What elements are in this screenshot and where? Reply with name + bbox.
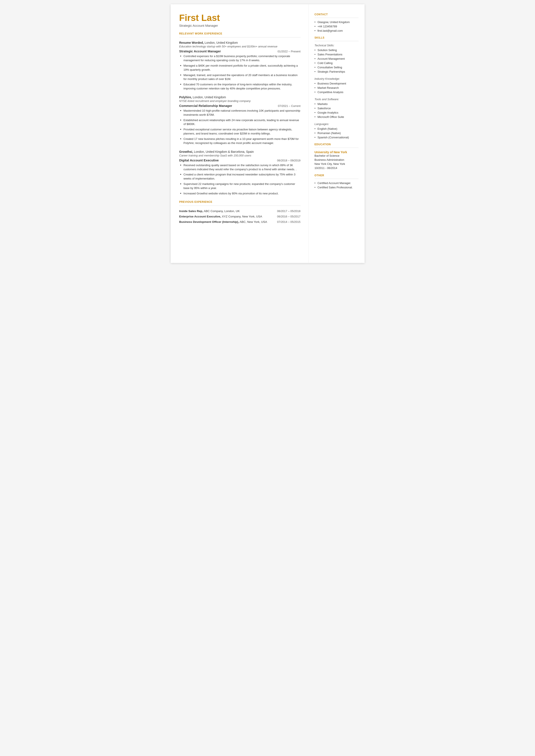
prev-dates-3: 07/2014 – 05/2015 [277, 220, 300, 224]
bullet-2-1: Masterminded 10 high-profile national co… [180, 109, 300, 117]
job-title-row-3: Digital Account Executive 06/2018 – 09/2… [179, 158, 300, 162]
prev-role-bold-1: Inside Sales Rep, [179, 210, 203, 213]
tech-skill-2: Account Management [315, 57, 358, 60]
tool-3: Microsoft Office Suite [315, 115, 358, 119]
edu-field-0: Business Administration [315, 158, 358, 162]
industry-skill-2: Competitive Analysis [315, 91, 358, 94]
prev-role-bold-2: Enterprise Account Executive, [179, 215, 221, 218]
job-title-row-2: Commercial Relationship Manager 07/2021 … [179, 104, 300, 107]
bullet-3-2: Created a client retention program that … [180, 173, 300, 181]
job-dates-3: 06/2018 – 09/2019 [277, 159, 300, 162]
prev-entry-1: Inside Sales Rep, ABC Company, London, U… [179, 209, 300, 213]
tools-label: Tools and Software: [315, 98, 358, 101]
left-column: First Last Strategic Account Manager REL… [171, 4, 309, 263]
prev-role-3: Business Development Officer (Internship… [179, 220, 267, 224]
tech-skill-0: Solution Selling [315, 48, 358, 52]
contact-list: Glasgow, United Kingdom +44 123456789 fi… [315, 20, 358, 32]
education-heading: EDUCATION [315, 143, 358, 146]
tools-list: Marketo Salesforce Google Analytics Micr… [315, 102, 358, 119]
bullet-3-3: Supervised 22 marketing campaigns for ne… [180, 182, 300, 190]
resume-container: First Last Strategic Account Manager REL… [171, 4, 365, 263]
company-line-2: Polyhire, London, United Kingdom [179, 96, 300, 99]
lang-1: Romanian (Native) [315, 131, 358, 135]
job-block-3: Growthsi, London, United Kingdom & Barce… [179, 150, 300, 196]
industry-skill-0: Business Development [315, 82, 358, 85]
edu-location-0: New York City, New York [315, 162, 358, 166]
relevant-work-heading: RELEVANT WORK EXPERIENCE [179, 32, 300, 35]
company-desc-1: Education technology startup with 50+ em… [179, 45, 300, 48]
bullet-3-4: Increased Growthsi website visitors by 8… [180, 192, 300, 196]
company-location-3: London, United Kingdom & Barcelona, Spai… [193, 150, 254, 154]
company-line-3: Growthsi, London, United Kingdom & Barce… [179, 150, 300, 154]
bullet-3-1: Received outstanding quality award based… [180, 163, 300, 172]
company-desc-2: NYSE-listed recruitment and employer bra… [179, 99, 300, 102]
tool-0: Marketo [315, 102, 358, 106]
job-block-1: Resume Worded, London, United Kingdom Ed… [179, 41, 300, 91]
job-title-2: Commercial Relationship Manager [179, 104, 232, 107]
prev-exp-heading: PREVIOUS EXPERIENCE [179, 200, 300, 204]
tech-skill-5: Strategic Partnerships [315, 70, 358, 73]
industry-skills-list: Business Development Market Research Com… [315, 82, 358, 94]
tech-skill-4: Consultative Selling [315, 66, 358, 69]
skills-section: SKILLS Technical Skills: Solution Sellin… [315, 36, 358, 139]
prev-exp-divider [179, 206, 300, 206]
contact-section: CONTACT Glasgow, United Kingdom +44 1234… [315, 13, 358, 32]
skills-heading: SKILLS [315, 36, 358, 39]
edu-school-0: University of New York [315, 151, 358, 154]
education-section: EDUCATION University of New York Bachelo… [315, 143, 358, 170]
technical-skills-list: Solution Selling Sales Presentations Acc… [315, 48, 358, 73]
prev-role-rest-1: ABC Company, London, UK [203, 210, 240, 213]
company-desc-3: Career training and membership SaaS with… [179, 154, 300, 157]
previous-experience-section: PREVIOUS EXPERIENCE Inside Sales Rep, AB… [179, 200, 300, 224]
other-section: OTHER Certified Account Manager. Certifi… [315, 174, 358, 189]
prev-entry-3: Business Development Officer (Internship… [179, 220, 300, 224]
company-location-1: London, United Kingdom [204, 41, 238, 44]
company-location-2: London, United Kingdom [192, 96, 226, 99]
languages-list: English (Native) Romanian (Native) Spani… [315, 127, 358, 139]
edu-entry-0: University of New York Bachelor of Scien… [315, 151, 358, 170]
edu-degree-0: Bachelor of Science [315, 154, 358, 158]
lang-0: English (Native) [315, 127, 358, 130]
prev-dates-1: 06/2017 – 05/2018 [277, 209, 300, 213]
industry-skill-1: Market Research [315, 86, 358, 90]
company-name-1: Resume Worded, [179, 41, 204, 44]
other-heading: OTHER [315, 174, 358, 177]
tech-skill-3: Cold Calling [315, 61, 358, 65]
bullet-2-3: Provided exceptional customer service vi… [180, 127, 300, 136]
tool-2: Google Analytics [315, 111, 358, 114]
bullet-2-2: Established account relationships with 2… [180, 118, 300, 126]
job-title-row-1: Strategic Account Manager 01/2022 – Pres… [179, 49, 300, 53]
prev-role-rest-2: XYZ Company, New York, USA [221, 215, 262, 218]
job-dates-2: 07/2021 – Current [278, 104, 300, 107]
job-dates-1: 01/2022 – Present [277, 50, 300, 53]
contact-item-1: +44 123456789 [315, 25, 358, 28]
bullet-2-4: Created 17 new business pitches resultin… [180, 137, 300, 145]
relevant-work-divider [179, 37, 300, 38]
job-bullets-2: Masterminded 10 high-profile national co… [179, 109, 300, 145]
edu-dates-0: 10/2011 - 06/2014 [315, 166, 358, 170]
technical-skills-label: Technical Skills: [315, 44, 358, 47]
company-line-1: Resume Worded, London, United Kingdom [179, 41, 300, 44]
job-bullets-3: Received outstanding quality award based… [179, 163, 300, 196]
prev-role-2: Enterprise Account Executive, XYZ Compan… [179, 215, 262, 218]
industry-label: Industry Knowledge: [315, 77, 358, 80]
candidate-name: First Last [179, 13, 300, 23]
job-title-1: Strategic Account Manager [179, 49, 221, 53]
other-item-1: Certified Sales Professional. [315, 186, 358, 189]
lang-2: Spanish (Conversational) [315, 136, 358, 139]
candidate-title: Strategic Account Manager [179, 24, 300, 27]
bullet-1-2: Managed a $40K per month investment port… [180, 64, 300, 72]
tool-1: Salesforce [315, 107, 358, 110]
prev-role-1: Inside Sales Rep, ABC Company, London, U… [179, 209, 240, 213]
job-bullets-1: Controlled expenses for a $10M business … [179, 54, 300, 91]
company-name-3: Growthsi, [179, 150, 193, 154]
bullet-1-4: Educated 70 customers on the importance … [180, 83, 300, 91]
prev-role-rest-3: ABC, New York, USA [239, 220, 267, 223]
company-name-2: Polyhire, [179, 96, 192, 99]
bullet-1-1: Controlled expenses for a $10M business … [180, 54, 300, 63]
prev-dates-2: 06/2016 – 05/2017 [277, 215, 300, 218]
contact-heading: CONTACT [315, 13, 358, 16]
right-column: CONTACT Glasgow, United Kingdom +44 1234… [309, 4, 365, 263]
languages-label: Languages: [315, 123, 358, 126]
education-divider [315, 148, 358, 148]
